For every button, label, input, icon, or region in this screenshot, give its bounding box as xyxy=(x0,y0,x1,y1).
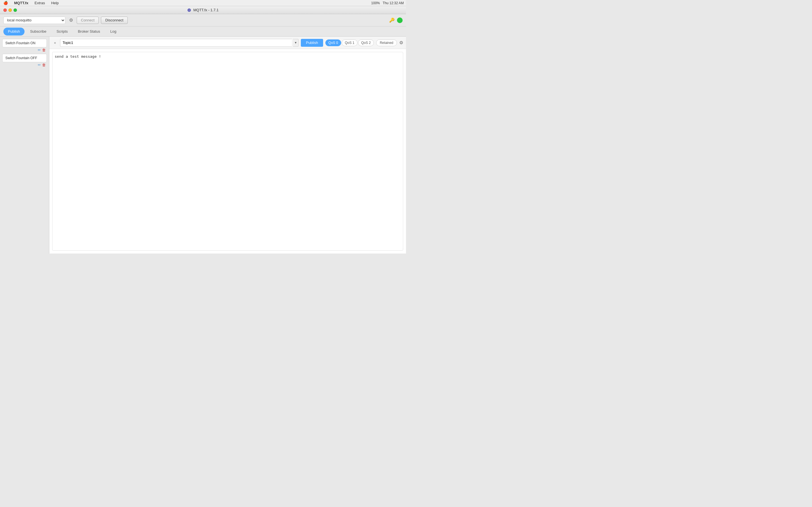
tab-subscribe-label: Subscribe xyxy=(30,29,47,34)
tab-scripts-label: Scripts xyxy=(56,29,68,34)
collapse-button[interactable]: « xyxy=(52,40,58,46)
close-button[interactable] xyxy=(3,8,7,12)
publish-settings-icon[interactable]: ⚙ xyxy=(399,40,403,45)
disconnect-button[interactable]: Disconnect xyxy=(101,17,128,24)
retained-button[interactable]: Retained xyxy=(376,40,397,46)
toolbar: local mosquitto ⚙ Connect Disconnect 🔑 xyxy=(0,14,406,26)
tab-publish[interactable]: Publish xyxy=(3,27,24,36)
sidebar-item-fountain-off-label: Switch Fountain OFF xyxy=(5,56,37,60)
topic-input[interactable] xyxy=(60,39,292,47)
qos1-label: QoS 1 xyxy=(345,41,354,45)
topic-dropdown-button[interactable]: ▼ xyxy=(293,39,299,47)
apple-menu[interactable]: 🍎 xyxy=(2,1,9,5)
app-icon xyxy=(188,8,191,12)
topic-input-wrapper: ▼ xyxy=(60,39,299,47)
edit-icon-1[interactable]: ✏ xyxy=(38,48,41,52)
sidebar-item-fountain-on[interactable]: Switch Fountain ON xyxy=(2,39,47,47)
message-area: send a test message ! xyxy=(49,49,406,253)
menubar-right: 100% Thu 12:32 AM xyxy=(371,1,404,5)
sidebar-item-2-actions: ✏ 🗑 xyxy=(2,62,47,68)
message-textarea[interactable]: send a test message ! xyxy=(52,52,403,251)
window-title-text: MQTT.fx - 1.7.1 xyxy=(193,8,219,12)
maximize-button[interactable] xyxy=(13,8,17,12)
key-icon: 🔑 xyxy=(389,17,395,23)
qos2-label: QoS 2 xyxy=(361,41,371,45)
app-menu[interactable]: MQTT.fx xyxy=(13,1,30,5)
sidebar: Switch Fountain ON ✏ 🗑 Switch Fountain O… xyxy=(0,37,49,253)
menubar: 🍎 MQTT.fx Extras Help 100% Thu 12:32 AM xyxy=(0,0,406,6)
tab-broker-status-label: Broker Status xyxy=(78,29,100,34)
qos0-button[interactable]: QoS 0 xyxy=(325,40,341,46)
qos1-button[interactable]: QoS 1 xyxy=(342,40,357,46)
publish-button[interactable]: Publish xyxy=(301,39,323,47)
sidebar-item-wrapper-1: Switch Fountain ON ✏ 🗑 xyxy=(2,39,47,53)
extras-menu[interactable]: Extras xyxy=(34,1,46,5)
main-content: Switch Fountain ON ✏ 🗑 Switch Fountain O… xyxy=(0,37,406,253)
right-panel: « ▼ Publish QoS 0 QoS 1 QoS 2 Retained ⚙ xyxy=(49,37,406,253)
tab-publish-label: Publish xyxy=(8,29,20,34)
tabs-bar: Publish Subscribe Scripts Broker Status … xyxy=(0,26,406,37)
sidebar-item-fountain-off[interactable]: Switch Fountain OFF xyxy=(2,54,47,62)
connection-select[interactable]: local mosquitto xyxy=(3,17,65,24)
delete-icon-1[interactable]: 🗑 xyxy=(42,48,46,52)
connect-button[interactable]: Connect xyxy=(77,17,99,24)
connection-status-dot xyxy=(397,17,403,23)
publish-toolbar: « ▼ Publish QoS 0 QoS 1 QoS 2 Retained ⚙ xyxy=(49,37,406,49)
qos2-button[interactable]: QoS 2 xyxy=(358,40,374,46)
window-controls xyxy=(3,8,17,12)
qos-group: QoS 0 QoS 1 QoS 2 xyxy=(325,40,374,46)
delete-icon-2[interactable]: 🗑 xyxy=(42,63,46,67)
window-title: MQTT.fx - 1.7.1 xyxy=(188,8,219,12)
tab-scripts[interactable]: Scripts xyxy=(52,27,72,36)
chevron-left-icon: « xyxy=(54,41,56,45)
tab-log-label: Log xyxy=(110,29,116,34)
tab-subscribe[interactable]: Subscribe xyxy=(26,27,51,36)
battery-status: 100% xyxy=(371,1,380,5)
sidebar-item-wrapper-2: Switch Fountain OFF ✏ 🗑 xyxy=(2,54,47,68)
tab-log[interactable]: Log xyxy=(106,27,121,36)
sidebar-item-fountain-on-label: Switch Fountain ON xyxy=(5,41,36,45)
sidebar-item-1-actions: ✏ 🗑 xyxy=(2,47,47,53)
help-menu[interactable]: Help xyxy=(50,1,60,5)
qos0-label: QoS 0 xyxy=(328,41,338,45)
gear-icon[interactable]: ⚙ xyxy=(68,17,74,24)
titlebar: MQTT.fx - 1.7.1 xyxy=(0,6,406,14)
minimize-button[interactable] xyxy=(8,8,12,12)
clock: Thu 12:32 AM xyxy=(383,1,404,5)
edit-icon-2[interactable]: ✏ xyxy=(38,63,41,67)
tab-broker-status[interactable]: Broker Status xyxy=(73,27,105,36)
